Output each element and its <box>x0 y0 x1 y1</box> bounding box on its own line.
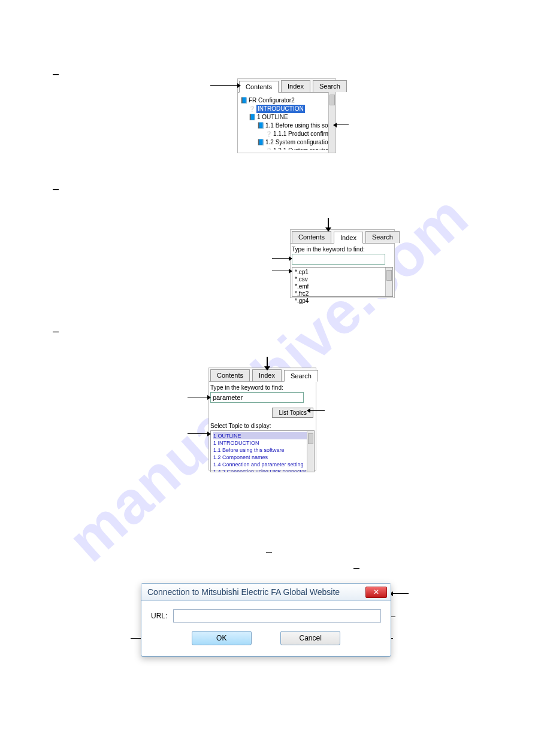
contents-tree[interactable]: FR Configurator2 INTRODUCTION 1 OUTLINE … <box>238 93 335 150</box>
book-icon <box>240 96 249 105</box>
decorative-dash: – <box>53 183 59 195</box>
callout-arrow-icon <box>188 433 207 434</box>
tree-1-1[interactable]: 1.1 Before using this softwa <box>265 122 335 130</box>
tree-1-2[interactable]: 1.2 System configuration <box>265 138 331 147</box>
select-topic-label: Select Topic to display: <box>210 423 315 429</box>
search-result-item[interactable]: 1 OUTLINE <box>213 432 312 439</box>
index-list[interactable]: *.cp1 *.csv *.emf *.frc2 *.gp4 <box>292 267 393 297</box>
help-panel-index: Contents Index Search Type in the keywor… <box>290 229 395 298</box>
scrollbar[interactable] <box>385 268 392 296</box>
url-input[interactable] <box>173 609 381 623</box>
tab-index[interactable]: Index <box>252 369 282 381</box>
decorative-dash: – <box>266 545 272 558</box>
connection-dialog: Connection to Mitsubishi Electric FA Glo… <box>141 583 391 657</box>
help-tabs: Contents Index Search <box>291 230 394 244</box>
search-result-item[interactable]: 1.2 Component names <box>213 454 312 461</box>
scrollbar-thumb[interactable] <box>386 270 392 281</box>
callout-arrow-icon <box>272 271 289 271</box>
help-tabs: Contents Index Search <box>209 368 316 382</box>
search-result-item[interactable]: 1.4.2 Connection using USB connector <box>213 468 312 472</box>
scrollbar[interactable] <box>307 431 314 472</box>
index-item[interactable]: *.frc2 <box>295 290 390 297</box>
tab-search[interactable]: Search <box>284 370 318 382</box>
tab-contents[interactable]: Contents <box>210 369 250 381</box>
callout-arrow-icon <box>328 218 329 227</box>
decorative-dash: – <box>53 68 59 80</box>
tree-outline[interactable]: 1 OUTLINE <box>257 113 288 122</box>
tab-search[interactable]: Search <box>313 80 347 92</box>
dialog-title: Connection to Mitsubishi Electric FA Glo… <box>147 587 340 597</box>
tree-1-2-1[interactable]: 1.2.1 System requiremen <box>273 147 335 150</box>
book-icon <box>249 113 257 122</box>
ok-button[interactable]: OK <box>192 631 252 645</box>
callout-arrow-icon <box>310 410 325 411</box>
tab-search[interactable]: Search <box>365 231 400 243</box>
book-icon <box>257 138 265 147</box>
help-panel-search: Contents Index Search Type in the keywor… <box>208 368 316 470</box>
tab-index[interactable]: Index <box>281 80 310 92</box>
tab-index[interactable]: Index <box>334 232 363 244</box>
search-result-item[interactable]: 1 INTRODUCTION <box>213 439 312 447</box>
tree-intro[interactable]: INTRODUCTION <box>256 105 305 113</box>
search-result-item[interactable]: 1.1 Before using this software <box>213 447 312 454</box>
index-item[interactable]: *.cp1 <box>295 269 390 276</box>
page-icon <box>249 105 256 113</box>
search-result-item[interactable]: 1.4 Connection and parameter setting <box>213 461 312 468</box>
index-item[interactable]: *.csv <box>295 276 390 283</box>
search-results-list[interactable]: 1 OUTLINE 1 INTRODUCTION 1.1 Before usin… <box>210 430 315 472</box>
callout-arrow-icon <box>267 357 268 366</box>
tree-root[interactable]: FR Configurator2 <box>249 96 295 105</box>
tree-1-1-1[interactable]: 1.1.1 Product confirmat <box>273 130 335 138</box>
search-label: Type in the keyword to find: <box>210 384 315 391</box>
url-label: URL: <box>151 612 167 620</box>
close-button[interactable]: ✕ <box>365 587 387 598</box>
book-icon <box>257 122 265 130</box>
callout-arrow-icon <box>188 397 207 397</box>
index-keyword-input[interactable] <box>292 254 385 265</box>
help-panel-contents: Contents Index Search FR Configurator2 I… <box>237 78 336 153</box>
callout-arrow-icon <box>272 258 289 259</box>
cancel-button[interactable]: Cancel <box>280 631 340 645</box>
callout-arrow-icon <box>393 593 409 594</box>
decorative-dash: – <box>53 325 59 338</box>
callout-arrow-icon <box>210 85 237 86</box>
index-item[interactable]: *.emf <box>295 283 390 290</box>
page-icon <box>265 147 273 150</box>
scrollbar-thumb[interactable] <box>308 433 313 444</box>
search-keyword-input[interactable] <box>210 392 304 403</box>
help-tabs: Contents Index Search <box>238 79 335 93</box>
tab-contents[interactable]: Contents <box>292 231 331 243</box>
callout-arrow-icon <box>337 125 349 125</box>
tab-contents[interactable]: Contents <box>239 81 279 93</box>
index-label: Type in the keyword to find: <box>292 246 393 253</box>
dialog-titlebar[interactable]: Connection to Mitsubishi Electric FA Glo… <box>141 584 391 601</box>
page-icon <box>265 130 273 138</box>
scrollbar-thumb[interactable] <box>330 95 335 105</box>
decorative-dash: – <box>353 561 359 574</box>
index-item[interactable]: *.gp4 <box>295 297 390 305</box>
